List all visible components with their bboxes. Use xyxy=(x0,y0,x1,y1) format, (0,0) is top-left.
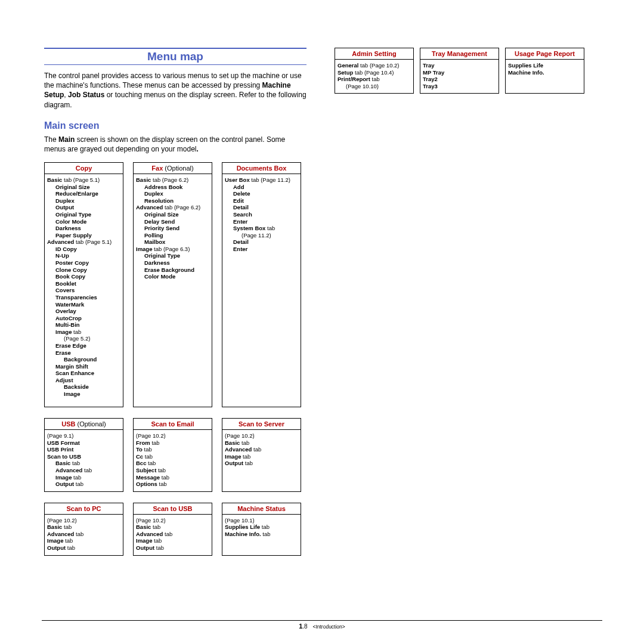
copy-advanced-page: tab (Page 5.1) xyxy=(74,239,112,245)
s2e-from-tab: tab xyxy=(150,439,160,446)
fax-color-mode: Color Mode xyxy=(136,273,175,280)
s2e-cc: Cc xyxy=(136,453,143,460)
box-scan-email: Scan to Email (Page 10.2) From tab To ta… xyxy=(133,418,212,492)
usb-output: Output xyxy=(47,481,74,488)
box-tray-header: Tray Management xyxy=(420,48,499,60)
s2e-from: From xyxy=(136,439,150,446)
copy-paper-supply: Paper Supply xyxy=(47,232,92,239)
mstatus-machine-info-tab: tab xyxy=(261,531,271,537)
copy-scan-enhance: Scan Enhance xyxy=(47,370,94,377)
s2e-options: Options xyxy=(136,481,157,487)
main-intro-before: The xyxy=(44,135,58,144)
s2pc-advanced-tab: tab xyxy=(74,531,83,537)
s2e-message: Message xyxy=(136,474,160,481)
fax-original-size: Original Size xyxy=(136,211,179,218)
s2pc-image-tab: tab xyxy=(63,537,73,544)
usb-image-tab: tab xyxy=(72,474,81,481)
s2s-basic-tab: tab xyxy=(240,439,249,446)
copy-watermark: WaterMark xyxy=(47,301,84,308)
s2u-advanced-tab: tab xyxy=(163,531,172,537)
copy-adjust-image: Image xyxy=(47,391,80,398)
intro-bold-2: Job Status xyxy=(68,91,104,99)
doc-enter2: Enter xyxy=(225,246,247,253)
doc-edit: Edit xyxy=(225,197,244,205)
s2pc-basic-tab: tab xyxy=(62,524,72,530)
s2u-basic: Basic xyxy=(136,524,151,530)
fax-resolution: Resolution xyxy=(136,197,174,205)
s2e-subject: Subject xyxy=(136,467,156,473)
copy-original-type: Original Type xyxy=(47,211,91,218)
copy-autocrop: AutoCrop xyxy=(47,315,82,322)
tray-3: Tray3 xyxy=(423,83,438,89)
mstatus-supplies: Supplies Life xyxy=(225,524,260,530)
s2u-image-tab: tab xyxy=(152,537,162,544)
copy-id-copy: ID Copy xyxy=(47,246,77,253)
fax-basic-page: tab (Page 6.2) xyxy=(151,177,188,183)
box-usage: Usage Page Report Supplies Life Machine … xyxy=(505,48,584,94)
copy-booklet: Booklet xyxy=(47,280,76,287)
box-scan-server: Scan to Server (Page 10.2) Basic tab Adv… xyxy=(222,418,301,492)
box-scan-pc: Scan to PC (Page 10.2) Basic tab Advance… xyxy=(44,503,123,556)
usb-basic: Basic xyxy=(47,460,70,467)
s2e-to-tab: tab xyxy=(143,446,152,453)
usb-optional: (Optional) xyxy=(77,420,106,428)
main-screen-intro: The Main screen is shown on the display … xyxy=(44,135,306,154)
s2s-output: Output xyxy=(225,460,243,466)
copy-nup: N-Up xyxy=(47,252,69,259)
usb-format: USB Format xyxy=(47,439,80,446)
box-admin: Admin Setting General tab (Page 10.2) Se… xyxy=(335,48,414,94)
s2s-image-tab: tab xyxy=(241,453,250,460)
fax-delay-send: Delay Send xyxy=(136,218,175,225)
main-intro-bold: Main xyxy=(58,135,75,144)
copy-duplex: Duplex xyxy=(47,197,75,205)
copy-poster: Poster Copy xyxy=(47,259,89,267)
tray-mp: MP Tray xyxy=(423,69,444,76)
copy-erase-edge: Erase Edge xyxy=(47,342,86,349)
copy-covers: Covers xyxy=(47,287,75,294)
s2u-page: (Page 10.2) xyxy=(136,517,166,524)
mstatus-supplies-tab: tab xyxy=(260,524,270,530)
fax-erase-bg: Erase Background xyxy=(136,267,194,274)
s2e-subject-tab: tab xyxy=(156,467,166,473)
usage-supplies-life: Supplies Life xyxy=(508,62,543,69)
doc-detail2: Detail xyxy=(225,239,249,246)
usb-image: Image xyxy=(47,474,72,481)
fax-advanced-page: tab (Page 6.2) xyxy=(163,204,200,210)
usb-output-tab: tab xyxy=(74,481,83,487)
usb-page: (Page 9.1) xyxy=(47,432,73,439)
copy-book: Book Copy xyxy=(47,273,85,280)
copy-original-size: Original Size xyxy=(47,184,90,191)
admin-general-page: tab (Page 10.2) xyxy=(358,62,399,69)
fax-advanced: Advanced xyxy=(136,204,163,210)
s2pc-output-tab: tab xyxy=(66,544,75,551)
mstatus-machine-info: Machine Info. xyxy=(225,531,261,537)
copy-multibin: Multi-Bin xyxy=(47,321,80,329)
box-usage-header: Usage Page Report xyxy=(506,48,584,60)
copy-image: Image xyxy=(47,329,72,336)
admin-setup-page: tab (Page 10.4) xyxy=(353,69,394,76)
copy-color-mode: Color Mode xyxy=(47,218,86,225)
admin-printreport-tab: tab xyxy=(370,76,380,82)
doc-enter: Enter xyxy=(225,218,247,225)
box-fax-header: Fax (Optional) xyxy=(134,163,212,174)
copy-basic: Basic xyxy=(47,177,62,183)
box-machine-status: Machine Status (Page 10.1) Supplies Life… xyxy=(222,503,301,556)
doc-search: Search xyxy=(225,211,252,218)
fax-duplex: Duplex xyxy=(136,190,163,197)
s2e-options-tab: tab xyxy=(157,481,167,487)
admin-general: General xyxy=(338,62,358,69)
fax-title: Fax xyxy=(151,165,165,172)
copy-adjust: Adjust xyxy=(47,377,73,384)
doc-userbox-page: tab (Page 11.2) xyxy=(250,177,290,183)
s2s-image: Image xyxy=(225,453,241,460)
s2u-output: Output xyxy=(136,544,154,551)
s2pc-advanced: Advanced xyxy=(47,531,74,537)
box-admin-header: Admin Setting xyxy=(335,48,413,60)
main-screen-heading: Main screen xyxy=(44,120,306,131)
fax-basic: Basic xyxy=(136,177,151,183)
main-intro-after: screen is shown on the display screen on… xyxy=(44,135,285,153)
usb-scan: Scan to USB xyxy=(47,453,81,460)
doc-section-title: Menu map xyxy=(44,50,306,63)
s2pc-output: Output xyxy=(47,544,66,551)
fax-mailbox: Mailbox xyxy=(136,239,165,246)
